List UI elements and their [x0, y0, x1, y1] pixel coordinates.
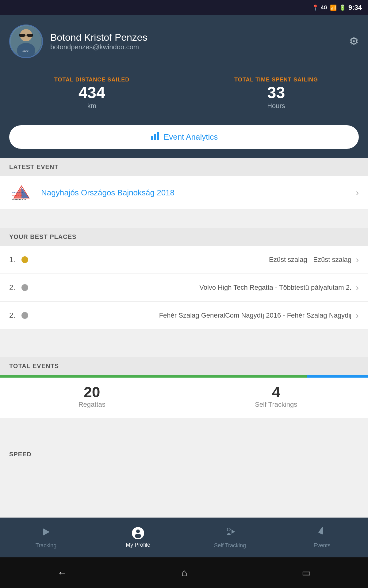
- latest-event-title: LATEST EVENT: [9, 164, 59, 170]
- total-events-section: 20 Regattas 4 Self Trackings: [0, 375, 368, 418]
- tracking-label: Tracking: [36, 542, 56, 549]
- events-stats: 20 Regattas 4 Self Trackings: [0, 378, 368, 418]
- place-rank-2: 2.: [9, 283, 18, 292]
- best-places-title: YOUR BEST PLACES: [9, 233, 76, 240]
- self-tracking-bar: [307, 375, 368, 378]
- svg-text:JACK: JACK: [22, 50, 29, 53]
- event-logo: NAGYHAJÓS ORSZÁGOS BAJNOKSÁG: [9, 183, 34, 202]
- place-chevron-1: ›: [356, 254, 359, 265]
- spacer-3: [0, 330, 368, 339]
- svg-text:BAJNOKSÁG: BAJNOKSÁG: [12, 194, 24, 196]
- nav-events[interactable]: Events: [276, 526, 368, 549]
- home-button[interactable]: ⌂: [181, 567, 187, 579]
- avatar-image: JACK: [10, 24, 42, 58]
- event-item[interactable]: NAGYHAJÓS ORSZÁGOS BAJNOKSÁG Nagyhajós O…: [0, 176, 368, 209]
- time-value: 33: [190, 83, 362, 102]
- spacer-2: [0, 219, 368, 228]
- svg-marker-17: [43, 528, 50, 536]
- distance-value: 434: [6, 83, 178, 102]
- spacer-7: [0, 427, 368, 436]
- svg-rect-3: [27, 34, 33, 37]
- place-name-2: Volvo High Tech Regatta - Többtestű pály…: [34, 284, 351, 292]
- analytics-icon: [150, 132, 159, 142]
- signal-icon: 📶: [330, 4, 337, 11]
- distance-stat: TOTAL DISTANCE SAILED 434 km: [0, 74, 184, 113]
- place-item-3[interactable]: 2. Fehér Szalag GeneralCom Nagydíj 2016 …: [0, 302, 368, 330]
- event-name: Nagyhajós Országos Bajnokság 2018: [41, 188, 356, 198]
- nav-self-tracking[interactable]: Self Tracking: [184, 526, 276, 549]
- regattas-stat: 20 Regattas: [0, 384, 184, 409]
- spacer-5: [0, 348, 368, 357]
- tracking-icon: [40, 526, 52, 540]
- spacer-6: [0, 418, 368, 427]
- header-left: JACK Botond Kristof Penzes botondpenzes@…: [9, 24, 148, 58]
- svg-marker-22: [318, 527, 322, 534]
- back-button[interactable]: ←: [57, 567, 67, 579]
- latest-event-section: NAGYHAJÓS ORSZÁGOS BAJNOKSÁG Nagyhajós O…: [0, 176, 368, 209]
- settings-button[interactable]: ⚙: [349, 35, 359, 48]
- place-name-3: Fehér Szalag GeneralCom Nagydíj 2016 - F…: [34, 311, 351, 319]
- place-item-1[interactable]: 1. Ezüst szalag - Ezüst szalag ›: [0, 246, 368, 274]
- location-icon: 📍: [312, 4, 319, 11]
- spacer-1: [0, 209, 368, 219]
- place-chevron-2: ›: [356, 282, 359, 293]
- svg-text:ORSZÁGOS: ORSZÁGOS: [12, 191, 23, 193]
- self-trackings-value: 4: [184, 384, 368, 401]
- best-places-header: YOUR BEST PLACES: [0, 228, 368, 246]
- analytics-label: Event Analytics: [164, 132, 218, 142]
- best-places-section: 1. Ezüst szalag - Ezüst szalag › 2. Volv…: [0, 246, 368, 330]
- stats-section: TOTAL DISTANCE SAILED 434 km TOTAL TIME …: [0, 67, 368, 122]
- svg-rect-4: [25, 35, 27, 36]
- place-dot-silver-2: [21, 312, 28, 319]
- nav-tracking[interactable]: Tracking: [0, 526, 92, 549]
- android-nav: ← ⌂ ▭: [0, 557, 368, 588]
- time-label: TOTAL TIME SPENT SAILING: [190, 77, 362, 83]
- analytics-section: Event Analytics: [0, 122, 368, 158]
- bottom-nav: Tracking My Profile Self Tracking E: [0, 518, 368, 557]
- speed-content-area: [0, 463, 368, 518]
- distance-label: TOTAL DISTANCE SAILED: [6, 77, 178, 83]
- svg-marker-21: [232, 530, 235, 534]
- events-icon: [316, 526, 328, 540]
- regattas-label: Regattas: [0, 401, 184, 409]
- svg-rect-2: [19, 34, 25, 37]
- my-profile-icon: [132, 527, 144, 539]
- status-time: 9:34: [348, 4, 362, 12]
- events-bars: [0, 375, 368, 378]
- svg-point-18: [136, 530, 140, 533]
- speed-title: SPEED: [9, 451, 32, 458]
- status-icons: 📍 4G 📶 🔋 9:34: [312, 4, 362, 12]
- recent-button[interactable]: ▭: [302, 567, 311, 579]
- status-bar: 📍 4G 📶 🔋 9:34: [0, 0, 368, 15]
- svg-rect-9: [157, 132, 159, 140]
- analytics-button[interactable]: Event Analytics: [9, 125, 359, 149]
- place-chevron-3: ›: [356, 310, 359, 321]
- regattas-bar: [0, 375, 307, 378]
- self-trackings-stat: 4 Self Trackings: [184, 384, 368, 409]
- place-name-1: Ezüst szalag - Ezüst szalag: [34, 256, 351, 264]
- avatar: JACK: [9, 24, 43, 58]
- events-label: Events: [313, 542, 330, 549]
- spacer-4: [0, 339, 368, 348]
- svg-rect-7: [151, 136, 153, 140]
- place-dot-silver-1: [21, 284, 28, 291]
- svg-text:NAGYHAJÓS: NAGYHAJÓS: [12, 198, 26, 201]
- place-dot-gold: [21, 256, 28, 263]
- nav-my-profile[interactable]: My Profile: [92, 527, 184, 548]
- distance-unit: km: [6, 102, 178, 110]
- user-email: botondpenzes@kwindoo.com: [50, 43, 148, 51]
- profile-header: JACK Botond Kristof Penzes botondpenzes@…: [0, 15, 368, 67]
- main-content: JACK Botond Kristof Penzes botondpenzes@…: [0, 15, 368, 518]
- place-item-2[interactable]: 2. Volvo High Tech Regatta - Többtestű p…: [0, 274, 368, 302]
- place-rank-3: 2.: [9, 311, 18, 320]
- time-stat: TOTAL TIME SPENT SAILING 33 Hours: [184, 74, 368, 113]
- 4g-icon: 4G: [321, 5, 328, 10]
- svg-point-20: [227, 528, 230, 531]
- user-info: Botond Kristof Penzes botondpenzes@kwind…: [50, 32, 148, 51]
- self-tracking-label: Self Tracking: [214, 542, 246, 549]
- self-trackings-label: Self Trackings: [184, 401, 368, 409]
- svg-point-19: [135, 534, 141, 538]
- place-rank-1: 1.: [9, 255, 18, 264]
- my-profile-label: My Profile: [126, 542, 150, 548]
- battery-icon: 🔋: [339, 4, 346, 11]
